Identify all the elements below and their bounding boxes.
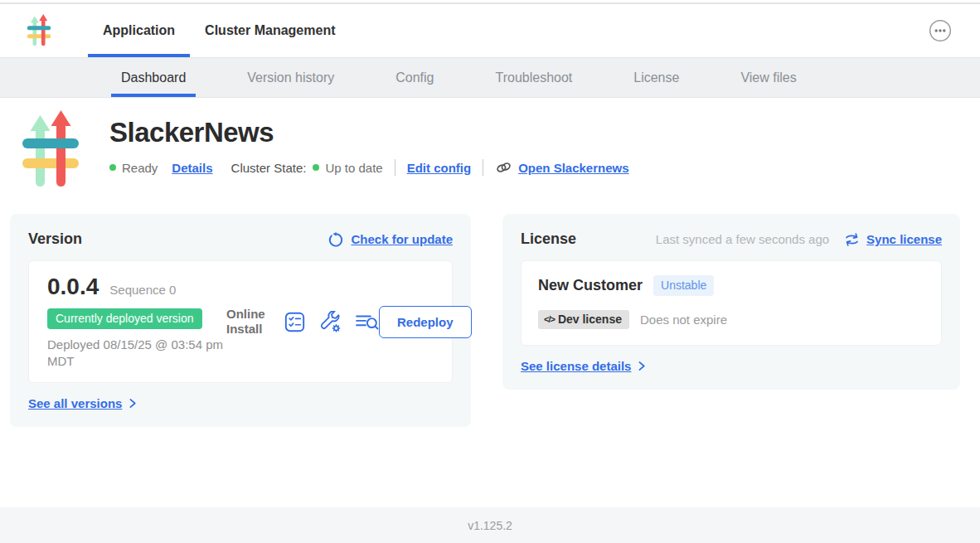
see-license-details-link[interactable]: See license details xyxy=(521,359,942,373)
subnav-troubleshoot[interactable]: Troubleshoot xyxy=(485,58,582,97)
page-title: SlackerNews xyxy=(109,117,629,148)
version-sequence: Sequence 0 xyxy=(109,283,176,297)
top-nav-tabs: Application Cluster Management xyxy=(88,4,350,57)
app-status-row: Ready Details Cluster State: Up to date … xyxy=(109,159,629,176)
edit-config-link[interactable]: Edit config xyxy=(407,161,472,175)
version-action-icons xyxy=(284,311,379,333)
dashboard-cards: Version Check for update 0.0.4 Sequ xyxy=(0,214,980,427)
subnav-version-history-label: Version history xyxy=(247,70,334,85)
tab-application-label: Application xyxy=(103,23,175,38)
version-card: Version Check for update 0.0.4 Sequ xyxy=(10,214,471,427)
currently-deployed-badge: Currently deployed version xyxy=(47,308,202,329)
chain-link-icon xyxy=(495,160,512,175)
main-content: SlackerNews Ready Details Cluster State:… xyxy=(0,98,980,543)
tab-cluster-management[interactable]: Cluster Management xyxy=(190,4,350,57)
cluster-state-label: Cluster State: xyxy=(231,161,307,175)
subnav-view-files[interactable]: View files xyxy=(730,58,806,97)
subnav-config-label: Config xyxy=(395,70,434,85)
app-sub-nav: Dashboard Version history Config Trouble… xyxy=(0,58,980,98)
ellipsis-circle-icon xyxy=(929,19,952,42)
deployed-timestamp: Deployed 08/15/25 @ 03:54 pm MDT xyxy=(47,337,226,371)
sync-license-link[interactable]: Sync license xyxy=(866,232,942,246)
check-for-update-action[interactable] xyxy=(327,231,344,248)
check-for-update-link[interactable]: Check for update xyxy=(351,232,453,246)
subnav-view-files-label: View files xyxy=(740,70,796,85)
sync-arrows-icon xyxy=(844,232,860,247)
console-version: v1.125.2 xyxy=(468,519,512,532)
version-number: 0.0.4 xyxy=(47,274,99,300)
subnav-config[interactable]: Config xyxy=(386,58,444,97)
app-logo-small[interactable] xyxy=(25,4,53,57)
open-slackernews-link[interactable]: Open Slackernews xyxy=(495,160,628,175)
wrench-gear-icon xyxy=(319,311,342,333)
app-ready-label: Ready xyxy=(122,161,158,175)
see-license-details-label: See license details xyxy=(521,359,631,373)
divider xyxy=(483,159,483,176)
subnav-dashboard-label: Dashboard xyxy=(121,70,186,85)
app-ready-dot xyxy=(109,164,116,171)
cluster-state-dot xyxy=(313,164,319,171)
customer-name: New Customer xyxy=(538,277,643,294)
app-logo-large xyxy=(17,110,85,190)
slackernews-logo-icon xyxy=(17,110,85,190)
subnav-dashboard[interactable]: Dashboard xyxy=(111,58,196,97)
tab-application[interactable]: Application xyxy=(88,4,190,57)
cluster-state-value: Up to date xyxy=(325,161,382,175)
subnav-license[interactable]: License xyxy=(623,58,689,97)
app-header: SlackerNews Ready Details Cluster State:… xyxy=(0,98,980,190)
redeploy-button[interactable]: Redeploy xyxy=(379,306,472,338)
logs-magnifier-icon xyxy=(355,312,379,332)
license-type-label: Dev license xyxy=(558,313,622,326)
subnav-license-label: License xyxy=(633,70,679,85)
divider xyxy=(395,159,395,176)
top-nav: Application Cluster Management xyxy=(0,4,980,58)
chevron-right-icon xyxy=(636,361,647,371)
checklist-icon xyxy=(284,311,306,333)
see-all-versions-link[interactable]: See all versions xyxy=(28,396,453,410)
status-details-link[interactable]: Details xyxy=(172,161,212,175)
channel-badge: Unstable xyxy=(653,275,714,296)
code-brackets-icon: </> xyxy=(544,314,555,324)
subnav-troubleshoot-label: Troubleshoot xyxy=(495,70,572,85)
subnav-version-history[interactable]: Version history xyxy=(237,58,344,97)
open-slackernews-label: Open Slackernews xyxy=(518,161,628,175)
edit-config-button[interactable] xyxy=(319,311,342,333)
current-version-panel: 0.0.4 Sequence 0 Currently deployed vers… xyxy=(28,260,453,383)
preflight-checks-button[interactable] xyxy=(284,311,306,333)
license-type-badge: </> Dev license xyxy=(538,310,629,329)
license-card: License Last synced a few seconds ago xyxy=(502,214,960,390)
license-details-panel: New Customer Unstable </> Dev license Do… xyxy=(521,260,942,346)
version-card-title: Version xyxy=(28,230,82,248)
more-options-button[interactable] xyxy=(929,19,952,42)
last-synced-text: Last synced a few seconds ago xyxy=(656,232,829,246)
install-type-label: Online Install xyxy=(226,307,272,338)
view-deploy-logs-button[interactable] xyxy=(355,312,379,332)
chevron-right-icon xyxy=(127,398,138,409)
see-all-versions-label: See all versions xyxy=(28,396,122,410)
console-footer: v1.125.2 xyxy=(0,507,980,543)
sync-license-action[interactable] xyxy=(844,232,860,247)
license-card-title: License xyxy=(521,230,576,248)
slackernews-logo-icon xyxy=(25,14,53,47)
refresh-icon xyxy=(327,231,344,248)
tab-cluster-management-label: Cluster Management xyxy=(205,23,335,38)
license-expiration: Does not expire xyxy=(640,313,727,327)
